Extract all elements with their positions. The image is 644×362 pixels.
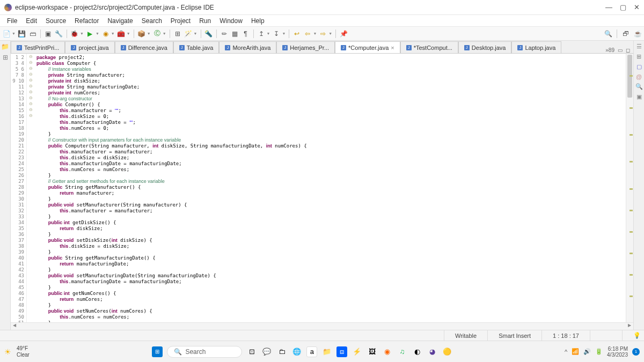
tab-desktopjava[interactable]: JDesktop.java <box>458 41 512 53</box>
wand-icon[interactable]: 🪄 <box>184 29 193 38</box>
menu-source[interactable]: Source <box>42 16 70 26</box>
wifi-icon[interactable]: 📶 <box>572 348 579 355</box>
taskbar-search[interactable]: 🔍 Search <box>167 346 242 358</box>
terminal-icon[interactable]: ▣ <box>44 29 53 38</box>
tab-morearithjava[interactable]: JMoreArith.java <box>219 41 276 53</box>
battery-icon[interactable]: 🔋 <box>595 348 603 355</box>
maximize-button[interactable]: ▢ <box>620 3 626 11</box>
tray-chevron-icon[interactable]: ^ <box>565 349 567 355</box>
explorer-icon[interactable]: 🗀 <box>276 346 287 357</box>
java-file-icon: J <box>17 45 22 50</box>
chat-icon[interactable]: 💬 <box>261 346 272 357</box>
outline-icon[interactable]: ⊞ <box>636 53 641 60</box>
block-sel-icon[interactable]: ▦ <box>231 29 239 38</box>
menu-edit[interactable]: Edit <box>22 16 41 26</box>
declaration-icon[interactable]: @ <box>636 73 642 80</box>
build-icon[interactable]: 🔧 <box>55 29 63 38</box>
tab-herjamespr[interactable]: JHerjames_Pr... <box>276 41 335 53</box>
scroll-right-arrow[interactable]: ▶ <box>626 323 633 330</box>
tab-differencejava[interactable]: JDifference.java <box>115 41 173 53</box>
menu-project[interactable]: Project <box>167 16 194 26</box>
open-perspective-icon[interactable]: 🗗 <box>621 29 630 38</box>
back-icon[interactable]: ⇦ <box>303 29 312 38</box>
fold-markers[interactable]: ⊖ ⊖ ⊖ ⊖ ⊖ ⊖ ⊖ ⊖ ⊖ ⊖ ⊖ <box>27 54 34 322</box>
vertical-scrollbar[interactable] <box>626 54 633 322</box>
minimize-button[interactable]: — <box>605 3 612 11</box>
horizontal-scrollbar[interactable]: ◀ ▶ <box>11 322 633 330</box>
coverage-icon[interactable]: ◉ <box>101 29 110 38</box>
menu-search[interactable]: Search <box>138 16 166 26</box>
search-icon[interactable]: 🔦 <box>204 29 213 38</box>
quick-access-icon[interactable]: 🔍 <box>604 29 612 38</box>
last-edit-icon[interactable]: ↩ <box>292 29 301 38</box>
java-perspective-icon[interactable]: ☕ <box>633 29 642 38</box>
editor-min-icon[interactable]: ▭ <box>618 47 623 53</box>
save-icon[interactable]: 💾 <box>18 29 26 38</box>
notifications-icon[interactable]: 1 <box>632 348 640 356</box>
tab-tablejava[interactable]: JTable.java <box>173 41 219 53</box>
overview-ruler[interactable] <box>628 54 633 322</box>
debug-icon[interactable]: 🐞 <box>70 29 79 38</box>
hierarchy-icon[interactable]: ⊞ <box>3 54 8 61</box>
forward-icon[interactable]: ⇨ <box>319 29 327 38</box>
markers-view-icon[interactable]: ▢ <box>636 63 642 70</box>
problems-icon[interactable]: 🔍 <box>635 83 643 90</box>
scroll-left-arrow[interactable]: ◀ <box>11 323 18 330</box>
editor-max-icon[interactable]: ◻ <box>626 47 630 53</box>
close-button[interactable]: ✕ <box>634 3 640 11</box>
save-all-icon[interactable]: 🗃 <box>28 29 37 38</box>
new-pkg-icon[interactable]: 📦 <box>137 29 146 38</box>
menu-file[interactable]: File <box>3 16 21 26</box>
pin-icon[interactable]: 📌 <box>339 29 348 38</box>
tab-close-icon[interactable]: × <box>391 45 394 51</box>
code[interactable]: package project2; public class Computer … <box>34 54 626 322</box>
code-viewport[interactable]: 1 2 3 4 5 6 7 8 9 10 11 12 13 14 15 16 1… <box>11 54 633 322</box>
menu-window[interactable]: Window <box>216 16 246 26</box>
tip-icon[interactable]: 💡 <box>622 330 644 341</box>
menu-refactor[interactable]: Refactor <box>71 16 103 26</box>
new-icon[interactable]: 📄 <box>2 29 11 38</box>
tab-computerjava[interactable]: J*Computer.java × <box>335 41 400 53</box>
tab-laptopjava[interactable]: JLaptop.java <box>511 41 561 53</box>
clock-date: 4/3/2023 <box>607 352 628 358</box>
edge-icon[interactable]: 🌐 <box>291 346 302 357</box>
tabs-overflow[interactable]: »89 <box>605 47 614 53</box>
eclipse-task-icon[interactable]: ◕ <box>427 346 437 357</box>
task-view-icon[interactable]: ⊡ <box>246 346 257 357</box>
tab-projectjava[interactable]: Jproject.java <box>65 41 114 53</box>
java-file-icon: J <box>517 45 523 50</box>
file-explorer-icon[interactable]: 📁 <box>321 346 332 357</box>
prev-ann-icon[interactable]: ↥ <box>257 29 266 38</box>
weather-icon[interactable]: ☀ <box>4 348 11 356</box>
app1-icon[interactable]: a <box>306 346 317 357</box>
menu-navigate[interactable]: Navigate <box>104 16 136 26</box>
app3-icon[interactable]: ◐ <box>412 346 422 357</box>
dropbox-icon[interactable]: ⧈ <box>336 346 347 357</box>
menu-run[interactable]: Run <box>195 16 215 26</box>
wintools-icon[interactable]: ⚡ <box>352 346 362 357</box>
whitespace-icon[interactable]: ¶ <box>241 29 250 38</box>
ext-tools-icon[interactable]: 🧰 <box>117 29 126 38</box>
toggle-mark-icon[interactable]: ✏ <box>220 29 229 38</box>
run-icon[interactable]: ▶ <box>86 29 94 38</box>
console-icon[interactable]: ▣ <box>636 93 642 100</box>
chrome-icon[interactable]: 🟡 <box>442 346 452 357</box>
next-ann-icon[interactable]: ↧ <box>272 29 281 38</box>
spotify-icon[interactable]: ♫ <box>397 346 407 357</box>
app2-icon[interactable]: ◉ <box>382 346 392 357</box>
tab-testcomput[interactable]: J*TestComput... <box>400 41 458 53</box>
photos-icon[interactable]: 🖼 <box>367 346 377 357</box>
menubar: FileEditSourceRefactorNavigateSearchProj… <box>0 15 644 27</box>
package-explorer-icon[interactable]: 📁 <box>1 43 9 50</box>
tab-testprintpri[interactable]: JTestPrintPri... <box>11 41 65 53</box>
search-icon: 🔍 <box>174 348 182 356</box>
weather-widget[interactable]: 49°F Clear <box>17 345 30 358</box>
new-class-icon[interactable]: Ⓒ <box>153 29 162 38</box>
system-tray[interactable]: ^ 📶 🔊 🔋 6:18 PM 4/3/2023 1 <box>565 346 640 358</box>
clock[interactable]: 6:18 PM 4/3/2023 <box>607 346 628 358</box>
open-type-icon[interactable]: ⊞ <box>173 29 182 38</box>
task-list-icon[interactable]: ☰ <box>636 43 642 50</box>
volume-icon[interactable]: 🔊 <box>583 348 591 355</box>
start-button[interactable]: ⊞ <box>152 346 163 357</box>
menu-help[interactable]: Help <box>247 16 268 26</box>
